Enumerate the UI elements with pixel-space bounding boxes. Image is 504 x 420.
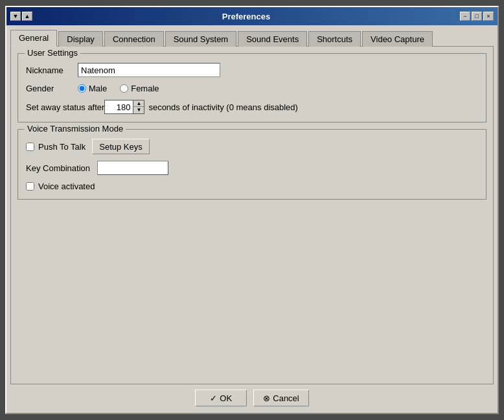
bottom-bar: ✓ OK ⊗ Cancel bbox=[10, 384, 494, 409]
voice-activated-checkbox[interactable] bbox=[26, 182, 34, 191]
away-status-row: Set away status after ▲ ▼ seconds of ina… bbox=[26, 100, 478, 114]
key-combination-input[interactable] bbox=[97, 161, 168, 175]
user-settings-legend: User Settings bbox=[25, 48, 80, 58]
nickname-label: Nickname bbox=[26, 65, 78, 75]
key-combination-row: Key Combination bbox=[26, 161, 478, 175]
nickname-input[interactable] bbox=[78, 63, 220, 77]
voice-activated-row: Voice activated bbox=[26, 181, 478, 191]
gender-male-label[interactable]: Male bbox=[78, 84, 107, 93]
away-value-input[interactable] bbox=[104, 100, 133, 114]
maximize-button[interactable]: □ bbox=[472, 12, 482, 21]
nickname-row: Nickname bbox=[26, 63, 478, 77]
tab-general[interactable]: General bbox=[10, 30, 57, 47]
push-to-talk-row: Push To Talk Setup Keys bbox=[26, 139, 478, 154]
tab-content-general: User Settings Nickname Gender Male bbox=[10, 46, 494, 384]
tab-sound-system[interactable]: Sound System bbox=[165, 31, 237, 47]
close-button[interactable]: × bbox=[483, 12, 494, 21]
away-suffix-text: seconds of inactivity (0 means disabled) bbox=[148, 102, 298, 112]
tab-display[interactable]: Display bbox=[58, 31, 103, 47]
user-settings-content: Nickname Gender Male bbox=[26, 63, 478, 114]
voice-activated-text: Voice activated bbox=[38, 181, 95, 191]
minimize-button[interactable]: − bbox=[460, 12, 470, 21]
spacer bbox=[17, 206, 487, 377]
tab-bar: General Display Connection Sound System … bbox=[10, 29, 494, 46]
away-spinner-down[interactable]: ▼ bbox=[133, 107, 144, 113]
ok-icon: ✓ bbox=[210, 393, 217, 403]
user-settings-group: User Settings Nickname Gender Male bbox=[17, 53, 487, 122]
setup-keys-button[interactable]: Setup Keys bbox=[92, 139, 150, 154]
gender-female-radio[interactable] bbox=[120, 84, 128, 93]
gender-radio-group: Male Female bbox=[78, 84, 478, 93]
titlebar: ▼ ▲ Preferences − □ × bbox=[6, 7, 498, 25]
voice-activated-label[interactable]: Voice activated bbox=[26, 181, 95, 191]
window-content: General Display Connection Sound System … bbox=[6, 25, 498, 413]
gender-male-text: Male bbox=[89, 84, 107, 93]
away-spinner-up[interactable]: ▲ bbox=[133, 100, 144, 107]
gender-label: Gender bbox=[26, 84, 78, 93]
key-combination-label: Key Combination bbox=[26, 163, 91, 173]
away-spinner-buttons: ▲ ▼ bbox=[133, 100, 144, 114]
tab-sound-events[interactable]: Sound Events bbox=[238, 31, 307, 47]
tab-shortcuts[interactable]: Shortcuts bbox=[308, 31, 361, 47]
tab-video-capture[interactable]: Video Capture bbox=[362, 31, 433, 47]
push-to-talk-checkbox[interactable] bbox=[26, 143, 34, 151]
cancel-label: Cancel bbox=[273, 393, 299, 403]
preferences-window: ▼ ▲ Preferences − □ × General Display Co… bbox=[5, 6, 499, 414]
push-to-talk-text: Push To Talk bbox=[38, 142, 86, 152]
ok-label: OK bbox=[220, 393, 232, 403]
titlebar-menu-btn[interactable]: ▼ bbox=[10, 12, 21, 21]
gender-female-label[interactable]: Female bbox=[120, 84, 159, 93]
titlebar-restore-btn[interactable]: ▲ bbox=[22, 12, 32, 21]
gender-row: Gender Male Female bbox=[26, 84, 478, 93]
away-label: Set away status after bbox=[26, 102, 104, 112]
gender-female-text: Female bbox=[131, 84, 159, 93]
titlebar-left-controls: ▼ ▲ bbox=[10, 12, 32, 21]
voice-transmission-content: Push To Talk Setup Keys Key Combination bbox=[26, 139, 478, 191]
gender-male-radio[interactable] bbox=[78, 84, 86, 93]
voice-transmission-legend: Voice Transmission Mode bbox=[25, 124, 126, 134]
ok-button[interactable]: ✓ OK bbox=[195, 390, 247, 406]
away-spinner-group: ▲ ▼ seconds of inactivity (0 means disab… bbox=[104, 100, 298, 114]
cancel-icon: ⊗ bbox=[263, 393, 270, 403]
titlebar-right-controls: − □ × bbox=[460, 12, 494, 21]
voice-transmission-group: Voice Transmission Mode Push To Talk Set… bbox=[17, 129, 487, 200]
push-to-talk-label[interactable]: Push To Talk bbox=[26, 142, 86, 152]
cancel-button[interactable]: ⊗ Cancel bbox=[253, 390, 308, 406]
titlebar-title: Preferences bbox=[32, 12, 460, 21]
tab-connection[interactable]: Connection bbox=[104, 31, 164, 47]
